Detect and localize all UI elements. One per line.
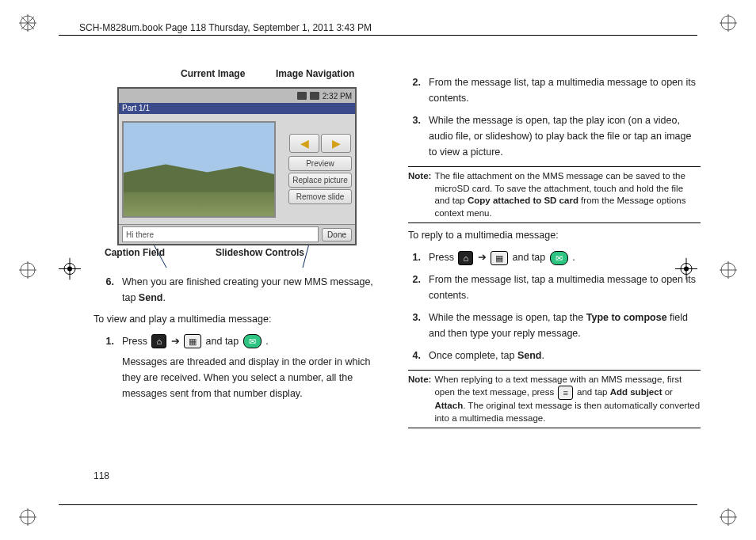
sunburst-icon: [720, 508, 737, 526]
page-number: 118: [94, 470, 109, 481]
view-step-3: 3. While the message is open, tap the pl…: [408, 112, 701, 160]
view-step-1: 1. Press ⌂ ➔ ▦ and tap ✉ . Messages are …: [101, 333, 386, 401]
reply-step-1: 1. Press ⌂ ➔ ▦ and tap ✉ .: [408, 249, 701, 265]
app-grid-icon: ▦: [491, 251, 508, 265]
next-slide-button[interactable]: ▶: [321, 134, 351, 153]
reply-step-3: 3. While the message is open, tap the Ty…: [408, 310, 701, 341]
left-column: Current Image Image Navigation 2:32 PM P…: [94, 68, 386, 477]
part-bar: Part 1/1: [119, 103, 355, 114]
note-reply-mms: Note: When replying to a text message wi…: [408, 370, 701, 429]
reply-step-4: 4. Once complete, tap Send.: [408, 348, 701, 363]
figure-label-nav: Image Navigation: [276, 68, 354, 79]
frame-header: SCH-M828um.book Page 118 Thursday, Septe…: [79, 22, 372, 33]
status-bar: 2:32 PM: [119, 89, 355, 103]
preview-button[interactable]: Preview: [288, 156, 352, 171]
status-time: 2:32 PM: [323, 92, 352, 101]
view-intro: To view and play a multimedia message:: [94, 312, 386, 327]
note-save-attachment: Note: The file attachment on the MMS mes…: [408, 166, 701, 223]
view-step-2: 2. From the message list, tap a multimed…: [408, 74, 701, 106]
messaging-icon: ✉: [550, 251, 568, 265]
app-grid-icon: ▦: [184, 334, 201, 348]
replace-picture-button[interactable]: Replace picture: [288, 173, 352, 188]
reply-step-2: 2. From the message list, tap a multimed…: [408, 272, 701, 303]
sunburst-icon: [19, 508, 36, 526]
battery-icon: [310, 92, 319, 100]
signal-icon: [297, 92, 307, 100]
messaging-icon: ✉: [243, 334, 262, 348]
sunburst-icon: [19, 261, 36, 279]
step-6: 6. When you are finished creating your n…: [101, 274, 386, 306]
figure-label-slideshow: Slideshow Controls: [216, 247, 304, 258]
remove-slide-button[interactable]: Remove slide: [288, 189, 352, 204]
caption-input[interactable]: Hi there: [122, 226, 319, 242]
figure-label-caption: Caption Field: [105, 247, 165, 258]
home-icon: ⌂: [151, 334, 166, 348]
menu-icon: ≡: [558, 386, 572, 400]
sunburst-icon: [720, 261, 737, 279]
figure-label-current: Current Image: [181, 68, 245, 79]
registration-mark-icon: [59, 258, 81, 283]
slideshow-controls: ◀ ▶ Preview Replace picture Remove slide: [288, 134, 352, 204]
reply-intro: To reply to a multimedia message:: [408, 228, 701, 243]
slide-image: [122, 121, 276, 218]
right-column: 2. From the message list, tap a multimed…: [408, 68, 701, 477]
prev-slide-button[interactable]: ◀: [289, 134, 319, 153]
sunburst-icon: [720, 14, 737, 32]
phone-screenshot: 2:32 PM Part 1/1 ◀ ▶ Preview Replace pic…: [117, 87, 357, 245]
home-icon: ⌂: [458, 251, 473, 265]
sunburst-icon: [19, 14, 36, 32]
done-button[interactable]: Done: [322, 228, 352, 241]
